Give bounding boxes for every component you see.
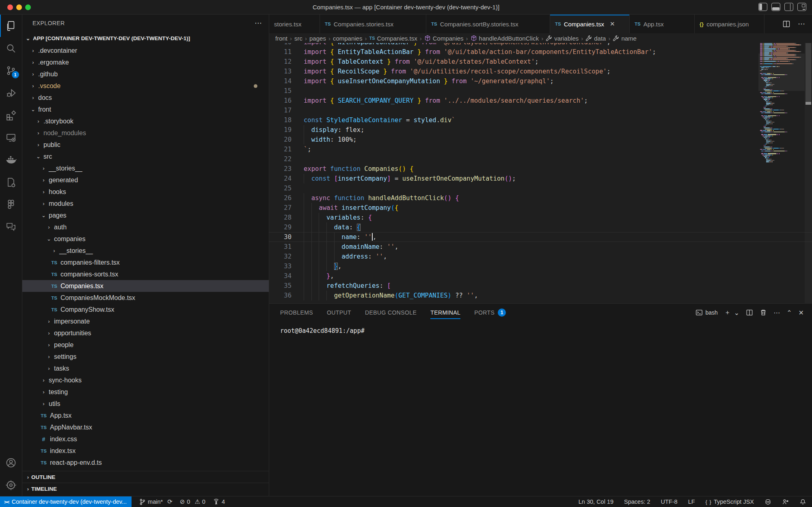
editor-tab-companies.tsx[interactable]: TSCompanies.tsx✕ bbox=[550, 15, 630, 33]
tree-item-.vscode[interactable]: ›.vscode bbox=[22, 80, 269, 92]
workspace-section-header[interactable]: ⌄ APP [CONTAINER DEV-TWENTY-DEV (DEV-TWE… bbox=[22, 32, 269, 45]
activity-bar-item-search[interactable] bbox=[0, 37, 22, 59]
activity-bar-item-figma[interactable] bbox=[0, 193, 22, 216]
cursor-position[interactable]: Ln 30, Col 19 bbox=[579, 498, 613, 505]
breadcrumb-item-companies[interactable]: Companies bbox=[424, 35, 464, 42]
split-terminal-icon[interactable] bbox=[746, 309, 753, 316]
activity-bar-item-container-tools[interactable] bbox=[0, 171, 22, 193]
code-line-18[interactable]: 18const StyledTableContainer = styled.di… bbox=[269, 115, 812, 125]
tree-item-stories[interactable]: ›__stories__ bbox=[22, 162, 269, 174]
activity-bar-item-remote-explorer[interactable] bbox=[0, 126, 22, 149]
tree-item-stories[interactable]: ›__stories__ bbox=[22, 245, 269, 257]
terminal[interactable]: root@0a42ecd84891:/app# bbox=[269, 321, 812, 334]
panel-tab-terminal[interactable]: TERMINAL bbox=[430, 304, 460, 321]
tree-item-companies-filters.tsx[interactable]: TScompanies-filters.tsx bbox=[22, 257, 269, 268]
tree-item-companies-sorts.tsx[interactable]: TScompanies-sorts.tsx bbox=[22, 268, 269, 280]
git-branch-status[interactable]: main* ⟳ bbox=[139, 498, 173, 505]
maximize-panel-icon[interactable]: ⌃ bbox=[786, 309, 792, 317]
tree-item-auth[interactable]: ›auth bbox=[22, 221, 269, 233]
tree-item-utils[interactable]: ›utils bbox=[22, 398, 269, 410]
problems-status[interactable]: ⊘ 0 ⚠ 0 bbox=[180, 498, 205, 505]
tree-item-src[interactable]: ⌄src bbox=[22, 151, 269, 162]
code-line-13[interactable]: 13import { RecoilScope } from '@/ui/util… bbox=[269, 67, 812, 76]
remote-indicator[interactable]: >< Container dev-twenty-dev (dev-twenty-… bbox=[0, 496, 132, 507]
activity-bar-item-comments[interactable] bbox=[0, 216, 22, 238]
editor-tab-stories.tsx[interactable]: stories.tsx bbox=[269, 15, 320, 33]
terminal-shell-label[interactable]: bash bbox=[695, 309, 717, 316]
breadcrumb-item-pages[interactable]: pages bbox=[309, 35, 326, 42]
tree-item-companies.tsx[interactable]: TSCompanies.tsx bbox=[22, 280, 269, 292]
code-line-16[interactable]: 16import { SEARCH_COMPANY_QUERY } from '… bbox=[269, 96, 812, 106]
outline-section[interactable]: › OUTLINE bbox=[22, 471, 269, 483]
encoding[interactable]: UTF-8 bbox=[661, 498, 678, 505]
close-panel-icon[interactable]: ✕ bbox=[799, 309, 804, 317]
breadcrumb-item-src[interactable]: src bbox=[294, 35, 302, 42]
editor-tab-companies.json[interactable]: {}companies.json bbox=[695, 15, 764, 33]
editor-tab-companies.sortby.stories.tsx[interactable]: TSCompanies.sortBy.stories.tsx bbox=[426, 15, 550, 33]
tree-item-index.tsx[interactable]: TSindex.tsx bbox=[22, 445, 269, 457]
tree-item-nodemodules[interactable]: ›node_modules bbox=[22, 127, 269, 139]
tree-item-tasks[interactable]: ›tasks bbox=[22, 362, 269, 374]
tree-item-modules[interactable]: ›modules bbox=[22, 198, 269, 209]
activity-bar-item-settings[interactable] bbox=[0, 474, 22, 496]
panel-tab-ports[interactable]: PORTS1 bbox=[474, 304, 506, 321]
toggle-secondary-sidebar-icon[interactable] bbox=[784, 3, 793, 11]
eol-sequence[interactable]: LF bbox=[688, 498, 695, 505]
language-mode[interactable]: { } TypeScript JSX bbox=[706, 498, 754, 505]
breadcrumb-item-data[interactable]: data bbox=[585, 35, 606, 42]
tree-item-testing[interactable]: ›testing bbox=[22, 386, 269, 398]
vertical-scrollbar[interactable] bbox=[805, 43, 812, 303]
code-line-30[interactable]: 30name: '', bbox=[269, 232, 812, 242]
tree-item-react-app-env.d.ts[interactable]: TSreact-app-env.d.ts bbox=[22, 457, 269, 468]
tree-item-settings[interactable]: ›settings bbox=[22, 351, 269, 362]
code-line-22[interactable]: 22 bbox=[269, 154, 812, 164]
breadcrumb-item-variables[interactable]: variables bbox=[546, 35, 579, 42]
activity-bar-item-explorer[interactable] bbox=[0, 15, 22, 37]
minimap[interactable] bbox=[758, 43, 805, 303]
tree-item-pages[interactable]: ⌄pages bbox=[22, 209, 269, 221]
code-line-14[interactable]: 14import { useInsertOneCompanyMutation }… bbox=[269, 76, 812, 86]
code-editor[interactable]: 10import { WithTopBarContainer } from '@… bbox=[269, 43, 812, 303]
tree-item-opportunities[interactable]: ›opportunities bbox=[22, 327, 269, 339]
close-tab-icon[interactable]: ✕ bbox=[610, 20, 615, 28]
code-line-23[interactable]: 23export function Companies() { bbox=[269, 164, 812, 174]
tree-item-companyshow.tsx[interactable]: TSCompanyShow.tsx bbox=[22, 304, 269, 315]
tree-item-generated[interactable]: ›generated bbox=[22, 174, 269, 186]
new-terminal-icon[interactable]: ＋ bbox=[724, 309, 731, 317]
editor-tab-app.tsx[interactable]: TSApp.tsx bbox=[630, 15, 695, 33]
sync-icon[interactable]: ⟳ bbox=[167, 498, 173, 505]
code-line-34[interactable]: 34}, bbox=[269, 271, 812, 281]
code-line-36[interactable]: 36getOperationName(GET_COMPANIES) ?? '', bbox=[269, 291, 812, 300]
breadcrumb-item-name[interactable]: name bbox=[613, 35, 637, 42]
code-line-26[interactable]: 26async function handleAddButtonClick() … bbox=[269, 193, 812, 203]
terminal-dropdown-icon[interactable]: ⌄ bbox=[734, 309, 739, 317]
editor-more-actions-icon[interactable]: ⋯ bbox=[798, 19, 806, 28]
tree-item-hooks[interactable]: ›hooks bbox=[22, 186, 269, 198]
kill-terminal-icon[interactable] bbox=[760, 309, 767, 316]
breadcrumb-item-handleaddbuttonclick[interactable]: handleAddButtonClick bbox=[471, 35, 539, 42]
feedback-status[interactable] bbox=[782, 498, 789, 505]
activity-bar-item-accounts[interactable] bbox=[0, 451, 22, 474]
tree-item-companiesmockmode.tsx[interactable]: TSCompaniesMockMode.tsx bbox=[22, 292, 269, 304]
code-line-35[interactable]: 35refetchQueries: [ bbox=[269, 281, 812, 291]
tree-item-companies[interactable]: ⌄companies bbox=[22, 233, 269, 245]
timeline-section[interactable]: › TIMELINE bbox=[22, 483, 269, 494]
activity-bar-item-source-control[interactable]: 1 bbox=[0, 59, 22, 82]
tree-item-appnavbar.tsx[interactable]: TSAppNavbar.tsx bbox=[22, 421, 269, 433]
tree-item-.ergomake[interactable]: ›.ergomake bbox=[22, 56, 269, 68]
tree-item-.github[interactable]: ›.github bbox=[22, 68, 269, 80]
tree-item-sync-hooks[interactable]: ›sync-hooks bbox=[22, 374, 269, 386]
code-line-19[interactable]: 19display: flex; bbox=[269, 125, 812, 135]
code-line-29[interactable]: 29data: { bbox=[269, 222, 812, 232]
customize-layout-icon[interactable] bbox=[797, 3, 806, 11]
code-line-33[interactable]: 33}, bbox=[269, 261, 812, 271]
breadcrumb-item-companies.tsx[interactable]: TSCompanies.tsx bbox=[369, 35, 417, 42]
tree-item-people[interactable]: ›people bbox=[22, 339, 269, 351]
code-line-10[interactable]: 10import { WithTopBarContainer } from '@… bbox=[269, 43, 812, 47]
tree-item-docs[interactable]: ›docs bbox=[22, 92, 269, 104]
code-line-32[interactable]: 32address: '', bbox=[269, 252, 812, 261]
explorer-more-actions-icon[interactable]: ⋯ bbox=[255, 19, 262, 28]
activity-bar-item-docker[interactable] bbox=[0, 149, 22, 171]
code-line-25[interactable]: 25 bbox=[269, 183, 812, 193]
split-editor-icon[interactable] bbox=[782, 20, 790, 28]
